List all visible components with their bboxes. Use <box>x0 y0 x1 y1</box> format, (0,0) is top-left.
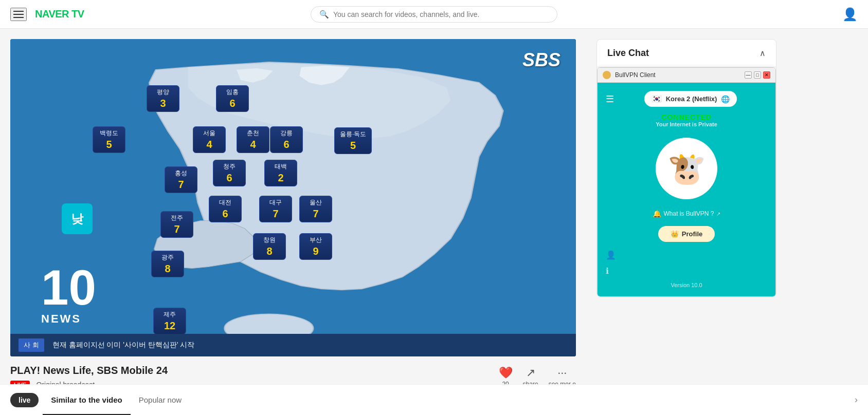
logo: NAVER TV <box>35 8 84 20</box>
vpn-server-selector[interactable]: 🇰🇷 Korea 2 (Netflix) 🌐 <box>644 91 737 107</box>
vpn-connected-label: CONNECTED <box>656 113 717 121</box>
bottom-tabs: live Similar to the video Popular now › <box>0 384 868 415</box>
weather-badge-ulleung: 울릉·독도5 <box>334 127 372 154</box>
video-player[interactable]: SBS 낮 평양3 임홍6 백령도5 서울4 춘천4 강릉6 <box>10 39 576 356</box>
video-section: SBS 낮 평양3 임홍6 백령도5 서울4 춘천4 강릉6 <box>10 39 596 397</box>
vpn-privacy-text: Your Internet is <box>656 121 697 127</box>
search-bar: 🔍 <box>311 6 557 23</box>
search-icon: 🔍 <box>319 10 329 19</box>
vpn-privacy-value: Private <box>698 121 717 127</box>
weather-badge-ulsan: 울산7 <box>299 196 332 222</box>
vpn-user-row: 👤 <box>606 248 767 262</box>
live-chat-header: Live Chat ∧ <box>597 40 776 67</box>
vpn-window: BullVPN Client — □ ✕ ☰ 🇰🇷 Korea 2 (Netfl… <box>597 67 776 297</box>
more-icon: ··· <box>557 366 567 380</box>
weather-badge-gangneung: 강릉6 <box>270 126 303 153</box>
ticker-bar: 사 회 현재 홈페이지선 이미 '사이버 탄핵심판' 시작 <box>10 334 576 356</box>
header-right: 👤 <box>842 7 858 22</box>
vpn-privacy-label: Your Internet is Private <box>656 121 717 127</box>
live-chat-title: Live Chat <box>607 48 649 59</box>
video-title: PLAY! News Life, SBS Mobile 24 <box>10 365 168 376</box>
vpn-hamburger-icon[interactable]: ☰ <box>606 93 614 105</box>
vpn-what-is-link[interactable]: 🔔 What is BullVPN ? ↗ <box>653 210 720 218</box>
weather-badge-busan: 부산9 <box>299 233 332 260</box>
vpn-icons-row: 👤 ℹ <box>606 248 767 278</box>
sbs-logo: SBS <box>522 49 560 71</box>
weather-badge-jeju: 제주12 <box>153 308 186 334</box>
weather-badge-gwangju: 광주8 <box>151 251 184 277</box>
vpn-minimize-button[interactable]: — <box>745 71 752 79</box>
vpn-body: ☰ 🇰🇷 Korea 2 (Netflix) 🌐 CONNECTED Your … <box>598 83 775 296</box>
vpn-close-button[interactable]: ✕ <box>763 71 770 79</box>
news-num: 10 <box>41 263 96 312</box>
weather-badge-baengnyeong: 백령도5 <box>93 126 125 153</box>
main-layout: SBS 낮 평양3 임홍6 백령도5 서울4 춘천4 강릉6 <box>0 29 868 407</box>
weather-badge-changwon: 창원8 <box>253 233 286 260</box>
vpn-profile-label: Profile <box>682 230 702 238</box>
weather-badge-chuncheon: 춘천4 <box>237 126 269 153</box>
vpn-titlebar: BullVPN Client — □ ✕ <box>598 68 775 83</box>
share-icon: ↗ <box>526 366 535 380</box>
tabs-next-button[interactable]: › <box>855 394 858 405</box>
vpn-profile-button[interactable]: 👑 Profile <box>658 226 715 242</box>
vpn-maximize-button[interactable]: □ <box>754 71 761 79</box>
weather-badge-seoul: 서울4 <box>193 126 226 153</box>
daytime-char: 낮 <box>71 211 83 227</box>
vpn-what-label: What is BullVPN ? <box>663 210 714 217</box>
tab-similar[interactable]: Similar to the video <box>43 385 130 416</box>
live-chat-panel: Live Chat ∧ BullVPN Client — □ ✕ ☰ <box>596 39 776 297</box>
tab-popular[interactable]: Popular now <box>131 385 190 416</box>
header: NAVER TV 🔍 👤 <box>0 0 868 29</box>
vpn-flag-icon: 🇰🇷 <box>652 94 662 104</box>
header-left: NAVER TV <box>10 8 84 21</box>
weather-badge-hongseong: 홍성7 <box>165 166 197 193</box>
tab-live[interactable]: live <box>10 393 39 407</box>
user-icon-vpn: 👤 <box>606 250 616 260</box>
vpn-version: Version 10.0 <box>671 282 702 288</box>
daytime-badge: 낮 <box>62 203 93 234</box>
weather-badge-daejeon: 대전6 <box>209 196 242 222</box>
vpn-window-controls: — □ ✕ <box>745 71 770 79</box>
heart-icon: ❤️ <box>499 366 513 380</box>
right-panel: Live Chat ∧ BullVPN Client — □ ✕ ☰ <box>596 39 868 397</box>
info-icon: ℹ <box>606 266 609 276</box>
ticker-text: 현재 홈페이지선 이미 '사이버 탄핵심판' 시작 <box>52 341 195 350</box>
weather-badge-taebaek: 태백2 <box>264 160 297 186</box>
vpn-globe-icon: 🌐 <box>721 95 730 103</box>
vpn-topbar: ☰ 🇰🇷 Korea 2 (Netflix) 🌐 <box>606 91 767 107</box>
vpn-status: CONNECTED Your Internet is Private <box>656 113 717 127</box>
weather-badge-daegu: 대구7 <box>259 196 292 222</box>
vpn-info-row: ℹ <box>606 264 767 278</box>
weather-badge-imhong: 임홍6 <box>216 85 249 112</box>
user-icon[interactable]: 👤 <box>842 7 858 21</box>
ticker-category: 사 회 <box>19 338 44 352</box>
chat-collapse-button[interactable]: ∧ <box>760 48 766 58</box>
external-link-icon: ↗ <box>716 211 720 217</box>
search-input[interactable] <box>333 10 549 18</box>
weather-badge-pyongyang: 평양3 <box>147 85 179 112</box>
crown-icon: 👑 <box>671 230 679 238</box>
bell-icon: 🔔 <box>653 210 661 218</box>
vpn-logo-circle: 🐮 <box>656 138 717 199</box>
vpn-title: BullVPN Client <box>615 71 740 79</box>
vpn-app-icon <box>603 71 611 79</box>
vpn-bull-logo: 🐮 <box>667 150 706 187</box>
weather-badge-jeonju: 전주7 <box>160 211 193 238</box>
hamburger-button[interactable] <box>10 8 27 21</box>
news-number: 10 NEWS <box>41 263 96 326</box>
vpn-server-name: Korea 2 (Netflix) <box>666 95 717 103</box>
weather-badge-cheongju: 청주6 <box>213 160 246 186</box>
